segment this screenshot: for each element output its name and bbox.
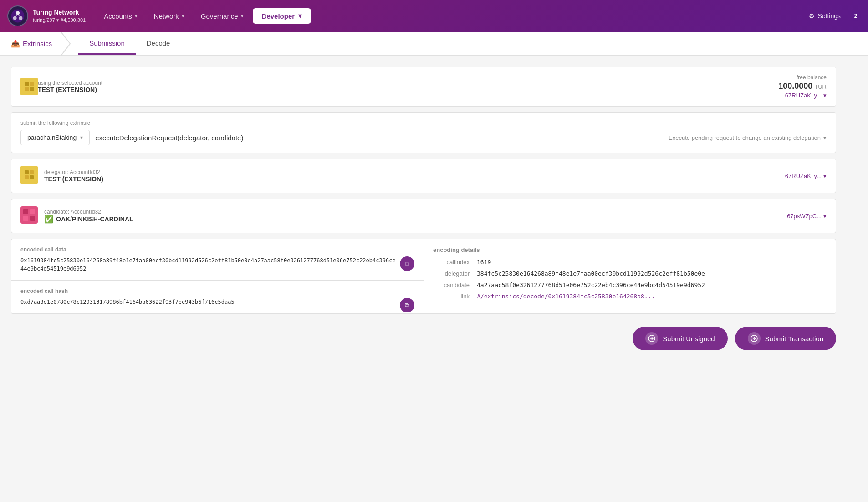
extrinsics-icon: 📤 — [11, 39, 20, 48]
delegator-param-info: delegator: AccountId32 TEST (EXTENSION) — [44, 169, 785, 183]
submit-unsigned-icon — [645, 332, 658, 345]
nav-governance[interactable]: Governance ▾ — [194, 9, 251, 24]
extrinsic-controls: parachainStaking ▾ executeDelegationRequ… — [20, 130, 827, 145]
submit-transaction-button[interactable]: Submit Transaction — [735, 327, 836, 350]
encoded-call-data-value: 0x1619384fc5c25830e164268a89f48e1e7faa00… — [20, 256, 414, 273]
chevron-down-icon: ▾ — [298, 12, 302, 20]
main-content: using the selected account TEST (EXTENSI… — [0, 56, 847, 369]
callindex-key: callindex — [433, 259, 470, 266]
svg-rect-13 — [30, 175, 34, 179]
delegator-identity-icon — [20, 166, 38, 185]
gear-icon: ⚙ — [809, 12, 815, 20]
nav-developer[interactable]: Developer ▾ — [253, 8, 311, 24]
balance-currency: TUR — [814, 83, 827, 90]
network-sub: turing/297 ▾ #4,500,301 — [33, 17, 86, 24]
encoded-call-hash-card: encoded call hash 0xd7aa8e1e0780c78c1293… — [11, 280, 424, 314]
delegator-label: delegator: AccountId32 — [44, 169, 785, 175]
encoded-call-data-inner: 0x1619384fc5c25830e164268a89f48e1e7faa00… — [20, 256, 414, 273]
svg-rect-16 — [30, 209, 35, 214]
network-name: Turing Network — [33, 8, 86, 17]
delegator-address[interactable]: 67RUZaKLy... ▾ — [785, 173, 827, 179]
sub-nav: 📤 Extrinsics Submission Decode — [0, 32, 868, 56]
chevron-down-icon: ▾ — [182, 13, 184, 19]
logo-area[interactable]: Turing Network turing/297 ▾ #4,500,301 — [7, 5, 86, 26]
svg-point-3 — [13, 16, 17, 20]
account-info: using the selected account TEST (EXTENSI… — [38, 80, 778, 93]
copy-call-hash-button[interactable]: ⧉ — [400, 298, 414, 312]
nav-menu: Accounts ▾ Network ▾ Governance ▾ Develo… — [97, 8, 797, 24]
settings-badge: 2 — [851, 11, 861, 21]
svg-rect-7 — [25, 87, 29, 91]
submit-unsigned-button[interactable]: Submit Unsigned — [633, 327, 727, 350]
candidate-address[interactable]: 67psWZpC... ▾ — [787, 213, 827, 220]
extrinsic-row: submit the following extrinsic parachain… — [11, 112, 836, 153]
encoding-details-panel: encoding details callindex 1619 delegato… — [424, 239, 836, 314]
chevron-down-icon: ▾ — [56, 17, 61, 23]
svg-rect-15 — [23, 209, 28, 214]
link-key: link — [433, 293, 470, 300]
encoding-title: encoding details — [433, 246, 827, 253]
balance-address[interactable]: 67RUZaKLy... ▾ — [785, 92, 827, 99]
extrinsics-decode-link[interactable]: #/extrinsics/decode/0x1619384fc5c25830e1… — [477, 293, 655, 300]
svg-rect-5 — [25, 82, 29, 86]
top-nav: Turing Network turing/297 ▾ #4,500,301 A… — [0, 0, 868, 32]
encoding-details: encoding details callindex 1619 delegato… — [424, 239, 836, 312]
encoded-call-data-card: encoded call data 0x1619384fc5c25830e164… — [11, 239, 424, 280]
tab-submission[interactable]: Submission — [78, 33, 136, 55]
svg-point-1 — [16, 11, 20, 15]
logo-icon — [10, 9, 25, 23]
copy-call-data-button[interactable]: ⧉ — [400, 256, 414, 271]
method-description: Execute pending request to change an exi… — [669, 134, 827, 141]
chevron-down-icon: ▾ — [80, 134, 83, 141]
candidate-param-info: candidate: AccountId32 ✅ OAK/PINKISH-CAR… — [44, 209, 787, 224]
svg-rect-12 — [25, 175, 29, 179]
chevron-down-icon: ▾ — [823, 213, 827, 220]
account-name: TEST (EXTENSION) — [38, 86, 778, 93]
candidate-param-row: candidate: AccountId32 ✅ OAK/PINKISH-CAR… — [11, 199, 836, 233]
encoded-section: encoded call data 0x1619384fc5c25830e164… — [11, 239, 836, 314]
chevron-down-icon: ▾ — [135, 13, 138, 19]
encoded-call-hash-value: 0xd7aa8e1e0780c78c129313178986bf4164ba63… — [20, 298, 414, 306]
candidate-detail-val: 4a27aac58f0e3261277768d51e06e752c22eb4c3… — [477, 282, 827, 288]
delegator-value: TEST (EXTENSION) — [44, 175, 785, 183]
nav-right: ⚙ Settings 2 — [804, 10, 861, 22]
chevron-down-icon: ▾ — [241, 13, 244, 19]
svg-rect-6 — [30, 82, 34, 86]
module-select[interactable]: parachainStaking ▾ — [20, 130, 90, 145]
logo-circle — [7, 5, 28, 26]
candidate-identity-icon — [20, 206, 38, 225]
balance-value: 100.0000 — [778, 82, 812, 91]
nav-separator — [61, 32, 75, 56]
tab-decode[interactable]: Decode — [136, 33, 181, 55]
account-identity-icon — [20, 78, 38, 95]
candidate-key: candidate — [433, 282, 470, 288]
settings-button[interactable]: ⚙ Settings — [804, 10, 845, 22]
submit-transaction-icon — [748, 332, 761, 345]
callindex-val: 1619 — [477, 259, 827, 266]
chevron-down-icon: ▾ — [823, 134, 827, 141]
detail-candidate: candidate 4a27aac58f0e3261277768d51e06e7… — [433, 282, 827, 288]
method-label: executeDelegationRequest(delegator, cand… — [95, 134, 663, 142]
svg-rect-14 — [20, 206, 38, 224]
svg-rect-9 — [20, 166, 38, 184]
delegator-param-row: delegator: AccountId32 TEST (EXTENSION) … — [11, 159, 836, 193]
encoded-left-panel: encoded call data 0x1619384fc5c25830e164… — [11, 239, 424, 314]
nav-network[interactable]: Network ▾ — [147, 9, 192, 24]
encoded-call-hash-inner: 0xd7aa8e1e0780c78c129313178986bf4164ba63… — [20, 298, 414, 306]
chevron-down-icon: ▾ — [823, 173, 827, 179]
candidate-value: ✅ OAK/PINKISH-CARDINAL — [44, 215, 787, 224]
chevron-separator-icon — [61, 32, 75, 56]
delegator-detail-val: 384fc5c25830e164268a89f48e1e7faa00ecf30b… — [477, 270, 827, 277]
svg-rect-18 — [30, 216, 35, 221]
network-info: Turing Network turing/297 ▾ #4,500,301 — [33, 8, 86, 24]
delegator-key: delegator — [433, 270, 470, 277]
copy-icon: ⧉ — [405, 302, 409, 309]
svg-rect-8 — [30, 87, 34, 91]
extrinsics-section[interactable]: 📤 Extrinsics — [11, 39, 61, 48]
extrinsic-label: submit the following extrinsic — [20, 120, 827, 126]
nav-accounts[interactable]: Accounts ▾ — [97, 9, 145, 24]
account-label: using the selected account — [38, 80, 778, 86]
candidate-label: candidate: AccountId32 — [44, 209, 787, 215]
checkmark-icon: ✅ — [44, 215, 53, 224]
encoded-call-data-label: encoded call data — [20, 246, 414, 253]
